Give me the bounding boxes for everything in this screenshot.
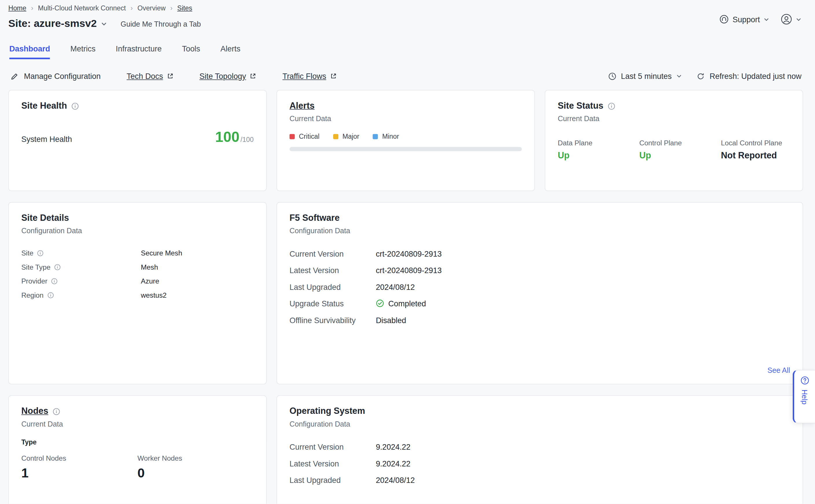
nodes-card: Nodes Current Data Type Control Nodes 1 … bbox=[8, 395, 267, 504]
current-version-label: Current Version bbox=[290, 249, 376, 258]
site-details-title: Site Details bbox=[21, 213, 69, 223]
system-health-score: 100/100 bbox=[215, 129, 254, 146]
f5-software-subtitle: Configuration Data bbox=[290, 227, 790, 235]
breadcrumb-separator-icon: › bbox=[130, 4, 133, 12]
latest-version-value: crt-20240809-2913 bbox=[376, 266, 442, 275]
tab-alerts[interactable]: Alerts bbox=[221, 44, 240, 59]
tech-docs-link[interactable]: Tech Docs bbox=[127, 72, 173, 81]
chevron-down-icon bbox=[764, 16, 769, 22]
legend-item-major: Major bbox=[333, 132, 360, 140]
tab-dashboard[interactable]: Dashboard bbox=[9, 44, 50, 59]
region-label: Region bbox=[21, 291, 44, 299]
info-icon[interactable] bbox=[51, 278, 58, 285]
breadcrumb-separator-icon: › bbox=[31, 4, 33, 12]
kv-row-offline-survivability: Offline Survivability Disabled bbox=[290, 312, 790, 328]
worker-nodes-label: Worker Nodes bbox=[137, 455, 254, 462]
guide-me-button[interactable]: Guide Me Through a Tab bbox=[121, 19, 201, 28]
dashboard-toolbar: Manage Configuration Tech Docs Site Topo… bbox=[0, 72, 815, 81]
breadcrumb-overview: Overview bbox=[137, 4, 165, 12]
site-type-label: Site Type bbox=[21, 263, 51, 271]
nodes-card-title-link[interactable]: Nodes bbox=[21, 406, 48, 416]
chevron-down-icon bbox=[796, 16, 802, 22]
upgrade-status-value: Completed bbox=[388, 299, 426, 308]
toolbar-right: Last 5 minutes Refresh: Updated just now bbox=[608, 72, 801, 81]
os-current-version-value: 9.2024.22 bbox=[376, 442, 410, 451]
site-health-card: Site Health System Health 100/100 bbox=[8, 90, 267, 191]
last-upgraded-value: 2024/08/12 bbox=[376, 282, 415, 291]
detail-row-region: Region westus2 bbox=[21, 288, 254, 302]
site-label: Site bbox=[21, 249, 34, 257]
site-health-title: Site Health bbox=[21, 101, 67, 111]
upgrade-status-label: Upgrade Status bbox=[290, 299, 376, 308]
site-details-rows: Site Secure Mesh Site Type Mesh Provider bbox=[21, 246, 254, 302]
tab-bar: Dashboard Metrics Infrastructure Tools A… bbox=[0, 44, 815, 59]
kv-row-os-last-upgraded: Last Upgraded 2024/08/12 bbox=[290, 472, 790, 488]
tab-metrics[interactable]: Metrics bbox=[70, 44, 95, 59]
local-control-plane-label: Local Control Plane bbox=[721, 139, 782, 147]
nodes-columns: Control Nodes 1 Worker Nodes 0 bbox=[21, 455, 254, 481]
operating-system-title: Operating System bbox=[290, 406, 365, 416]
page-title: Site: azure-smsv2 bbox=[8, 18, 97, 29]
manage-configuration-button[interactable]: Manage Configuration bbox=[10, 72, 101, 81]
legend-critical-label: Critical bbox=[299, 132, 319, 140]
site-details-subtitle: Configuration Data bbox=[21, 227, 254, 235]
control-plane-value: Up bbox=[640, 151, 721, 161]
info-icon[interactable] bbox=[71, 102, 79, 110]
time-range-label: Last 5 minutes bbox=[621, 72, 672, 81]
traffic-flows-link[interactable]: Traffic Flows bbox=[283, 72, 337, 81]
site-type-value: Mesh bbox=[141, 263, 158, 271]
tech-docs-label: Tech Docs bbox=[127, 72, 163, 81]
worker-nodes-value: 0 bbox=[137, 465, 254, 480]
alerts-bar-chart bbox=[290, 147, 522, 151]
breadcrumb-sites[interactable]: Sites bbox=[177, 4, 192, 12]
site-topology-link[interactable]: Site Topology bbox=[199, 72, 256, 81]
info-icon[interactable] bbox=[607, 102, 616, 110]
cards-grid: Site Health System Health 100/100 Alerts… bbox=[0, 81, 815, 504]
kv-row-latest-version: Latest Version crt-20240809-2913 bbox=[290, 262, 790, 279]
account-menu[interactable] bbox=[781, 14, 801, 25]
legend-item-minor: Minor bbox=[373, 132, 399, 140]
refresh-icon bbox=[697, 72, 705, 80]
control-nodes-column: Control Nodes 1 bbox=[21, 455, 138, 481]
control-nodes-label: Control Nodes bbox=[21, 455, 138, 462]
tab-tools[interactable]: Tools bbox=[182, 44, 200, 59]
control-plane-label: Control Plane bbox=[640, 139, 721, 147]
kv-row-upgrade-status: Upgrade Status Completed bbox=[290, 295, 790, 312]
info-icon[interactable] bbox=[47, 292, 54, 299]
time-range-selector[interactable]: Last 5 minutes bbox=[608, 72, 682, 81]
help-question-icon bbox=[800, 376, 809, 385]
provider-label: Provider bbox=[21, 277, 47, 285]
refresh-label: Refresh: Updated just now bbox=[710, 72, 802, 81]
site-selector-chevron-icon[interactable] bbox=[101, 21, 107, 27]
kv-row-os-latest-version: Latest Version 9.2024.22 bbox=[290, 455, 790, 472]
data-plane-label: Data Plane bbox=[557, 139, 639, 147]
nodes-type-header: Type bbox=[21, 438, 254, 446]
info-icon[interactable] bbox=[37, 250, 44, 256]
alerts-legend: Critical Major Minor bbox=[290, 132, 522, 140]
top-bar: Home › Multi-Cloud Network Connect › Ove… bbox=[0, 0, 815, 29]
breadcrumb-home[interactable]: Home bbox=[8, 4, 26, 12]
info-icon[interactable] bbox=[54, 264, 61, 270]
support-icon bbox=[720, 14, 729, 24]
see-all-link[interactable]: See All bbox=[767, 366, 790, 375]
top-bar-left: Home › Multi-Cloud Network Connect › Ove… bbox=[8, 4, 201, 29]
local-control-plane-value: Not Reported bbox=[721, 151, 782, 161]
tab-infrastructure[interactable]: Infrastructure bbox=[116, 44, 162, 59]
region-value: westus2 bbox=[141, 291, 166, 299]
external-link-icon bbox=[330, 73, 337, 79]
breadcrumb-multi-cloud-network-connect: Multi-Cloud Network Connect bbox=[38, 4, 126, 12]
site-status-card: Site Status Current Data Data Plane Up C… bbox=[544, 90, 803, 191]
help-label: Help bbox=[801, 390, 809, 405]
help-tab[interactable]: Help bbox=[793, 370, 815, 423]
detail-row-site-type: Site Type Mesh bbox=[21, 260, 254, 274]
support-label: Support bbox=[733, 15, 760, 24]
nodes-subtitle: Current Data bbox=[21, 420, 254, 428]
check-circle-icon bbox=[376, 299, 384, 307]
info-icon[interactable] bbox=[52, 407, 60, 415]
refresh-button[interactable]: Refresh: Updated just now bbox=[697, 72, 802, 81]
health-score-value: 100 bbox=[215, 129, 240, 145]
alerts-card-title-link[interactable]: Alerts bbox=[290, 101, 315, 111]
current-version-value: crt-20240809-2913 bbox=[376, 249, 442, 258]
operating-system-rows: Current Version 9.2024.22 Latest Version… bbox=[290, 438, 790, 488]
support-menu[interactable]: Support bbox=[720, 14, 769, 24]
